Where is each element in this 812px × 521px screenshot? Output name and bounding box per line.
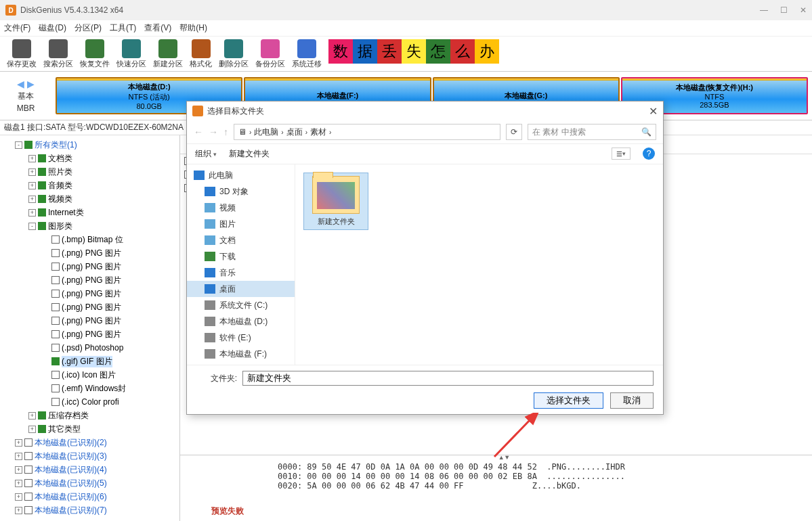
tree-icon: [205, 235, 215, 245]
toolbar-button[interactable]: 新建分区: [150, 38, 186, 70]
tree-item[interactable]: (.png) PNG 图片: [0, 273, 179, 287]
tree-item[interactable]: +其它类型: [0, 422, 179, 436]
tree-item[interactable]: (.png) PNG 图片: [0, 246, 179, 260]
tree-icon: [205, 284, 215, 294]
menu-item[interactable]: 文件(F): [4, 22, 30, 34]
view-menu[interactable]: ☰: [612, 148, 631, 160]
new-folder-button[interactable]: 新建文件夹: [229, 148, 270, 160]
window-title: DiskGenius V5.4.3.1342 x64: [20, 5, 760, 15]
tree-item[interactable]: (.emf) Windows封: [0, 382, 179, 395]
left-tree[interactable]: -所有类型(1)+文档类+照片类+音频类+视频类+Internet类-图形类(.…: [0, 135, 180, 521]
tree-item[interactable]: +文档类: [0, 152, 179, 165]
dialog-tree-item[interactable]: 3D 对象: [187, 183, 295, 200]
tree-icon: [205, 219, 215, 229]
toolbar-label: 搜索分区: [43, 59, 73, 69]
menu-item[interactable]: 磁盘(D): [39, 22, 66, 34]
tree-item[interactable]: (.icc) Color profi: [0, 395, 179, 409]
tree-item[interactable]: +本地磁盘(已识别)(2): [0, 436, 179, 449]
toolbar-button[interactable]: 系统迁移: [289, 38, 324, 70]
tree-icon: [205, 333, 215, 342]
cancel-button[interactable]: 取消: [610, 392, 654, 409]
tree-item[interactable]: (.png) PNG 图片: [0, 287, 179, 300]
dialog-tree-item[interactable]: 桌面: [187, 281, 295, 297]
toolbar-button[interactable]: 备份分区: [253, 38, 288, 70]
nav-arrows[interactable]: ◀ ▶: [17, 78, 35, 89]
dialog-tree-item[interactable]: 系统文件 (C:): [187, 297, 295, 313]
tree-item[interactable]: +音频类: [0, 179, 179, 192]
dialog-tree[interactable]: 此电脑3D 对象视频图片文档下载音乐桌面系统文件 (C:)本地磁盘 (D:)软件…: [187, 164, 295, 365]
dialog-tree-item[interactable]: 软件 (E:): [187, 330, 295, 346]
toolbar-button[interactable]: 快速分区: [114, 38, 149, 70]
drag-handle-icon[interactable]: ▴▾: [498, 451, 510, 462]
tree-item[interactable]: +视频类: [0, 192, 179, 206]
tree-item[interactable]: +本地磁盘(已识别)(6): [0, 490, 179, 503]
toolbar-button[interactable]: 格式化: [187, 38, 215, 70]
select-folder-button[interactable]: 选择文件夹: [534, 392, 603, 409]
tree-icon: [205, 187, 215, 196]
toolbar-button[interactable]: 搜索分区: [41, 38, 76, 70]
toolbar-label: 快速分区: [116, 59, 146, 69]
menu-item[interactable]: 工具(T): [110, 22, 136, 34]
folder-item[interactable]: 新建文件夹: [303, 173, 368, 230]
toolbar-label: 删除分区: [219, 59, 249, 69]
dialog-tree-item[interactable]: 图片: [187, 216, 295, 232]
hex-dump: ▴▾0000: 89 50 4E 47 0D 0A 1A 0A 00 00 00…: [275, 455, 812, 521]
nav-back-icon[interactable]: ←: [194, 127, 203, 137]
toolbar-button[interactable]: 保存更改: [4, 38, 39, 70]
banner-char: 么: [450, 39, 475, 64]
toolbar-icon: [122, 39, 141, 58]
tree-item[interactable]: (.png) PNG 图片: [0, 260, 179, 273]
tree-item[interactable]: +照片类: [0, 165, 179, 179]
tree-item[interactable]: -所有类型(1): [0, 138, 179, 152]
menu-item[interactable]: 分区(P): [74, 22, 102, 34]
breadcrumb[interactable]: 🖥 › 此电脑›桌面›素材›: [234, 124, 500, 140]
tree-item[interactable]: (.png) PNG 图片: [0, 327, 179, 341]
toolbar-button[interactable]: 删除分区: [216, 38, 251, 70]
tree-item[interactable]: (.png) PNG 图片: [0, 314, 179, 327]
tree-item[interactable]: (.ico) Icon 图片: [0, 368, 179, 382]
close-button[interactable]: ✕: [800, 5, 807, 15]
dialog-nav: ← → ↑ 🖥 › 此电脑›桌面›素材› ⟳ 在 素材 中搜索 🔍: [187, 120, 663, 143]
tree-item[interactable]: (.psd) Photoshop: [0, 341, 179, 355]
refresh-button[interactable]: ⟳: [506, 124, 522, 140]
dialog-tree-item[interactable]: 本地磁盘 (D:): [187, 313, 295, 330]
help-button[interactable]: ?: [643, 148, 655, 160]
minimize-button[interactable]: —: [760, 5, 768, 15]
tree-item[interactable]: (.png) PNG 图片: [0, 300, 179, 314]
nav-forward-icon[interactable]: →: [209, 127, 218, 137]
tree-item[interactable]: (.gif) GIF 图片: [0, 355, 179, 368]
dialog-titlebar: 选择目标文件夹 ✕: [187, 101, 663, 120]
tree-item[interactable]: +本地磁盘(已识别)(4): [0, 463, 179, 476]
toolbar-icon: [158, 39, 177, 58]
dialog-tree-item[interactable]: 文档: [187, 232, 295, 248]
dialog-tree-item[interactable]: 视频: [187, 200, 295, 216]
dialog-tree-item[interactable]: 本地磁盘 (F:): [187, 346, 295, 362]
dialog-tree-item[interactable]: 音乐: [187, 265, 295, 281]
crumb[interactable]: 素材: [310, 127, 326, 138]
nav-up-icon[interactable]: ↑: [223, 127, 228, 137]
crumb[interactable]: 桌面: [286, 127, 303, 138]
dialog-tree-item[interactable]: 此电脑: [187, 167, 295, 183]
tree-item[interactable]: +本地磁盘(已识别)(5): [0, 476, 179, 490]
menu-item[interactable]: 帮助(H): [179, 22, 207, 34]
dialog-content[interactable]: 新建文件夹: [295, 164, 663, 365]
banner: 数据丢失怎么办: [328, 38, 499, 70]
crumb[interactable]: 此电脑: [254, 127, 278, 138]
search-box[interactable]: 在 素材 中搜索 🔍: [528, 124, 656, 140]
maximize-button[interactable]: ☐: [780, 5, 788, 15]
search-placeholder: 在 素材 中搜索: [532, 127, 586, 138]
toolbar-button[interactable]: 恢复文件: [77, 38, 112, 70]
tree-item[interactable]: +本地磁盘(已识别)(3): [0, 449, 179, 463]
organize-menu[interactable]: 组织: [195, 148, 217, 160]
tree-item[interactable]: +本地磁盘(已识别)(7): [0, 503, 179, 517]
folder-name-input[interactable]: [242, 371, 654, 386]
tree-item[interactable]: -图形类: [0, 219, 179, 233]
tree-item[interactable]: (.bmp) Bitmap 位: [0, 233, 179, 246]
dialog-tree-item[interactable]: 下载: [187, 248, 295, 265]
dialog-close-button[interactable]: ✕: [649, 105, 658, 118]
banner-char: 据: [353, 39, 377, 64]
tree-item[interactable]: +Internet类: [0, 206, 179, 219]
menu-item[interactable]: 查看(V): [144, 22, 171, 34]
titlebar: D DiskGenius V5.4.3.1342 x64 — ☐ ✕: [0, 0, 812, 20]
tree-item[interactable]: +压缩存档类: [0, 409, 179, 422]
